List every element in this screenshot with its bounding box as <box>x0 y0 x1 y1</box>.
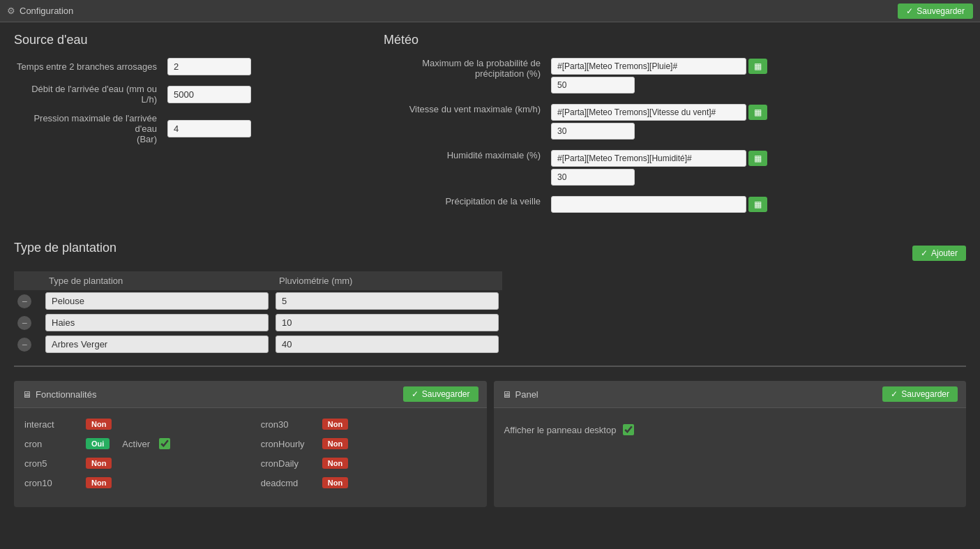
meteo-group-humidite: Humidité maximale (%) ▦ <box>384 150 966 186</box>
label-interact: interact <box>24 419 80 430</box>
fonctionnalites-header: 🖥 Fonctionnalités ✓ Sauvegarder <box>14 381 487 408</box>
feature-deadcmd: deadcmd Non <box>261 477 476 488</box>
top-bar: ⚙ Configuration ✓ Sauvegarder <box>0 0 980 22</box>
form-group-pression: Pression maximale de l'arrivée d'eau(Bar… <box>14 113 363 144</box>
form-group-temps: Temps entre 2 branches arrosages <box>14 58 363 75</box>
label-debit: Débit de l'arrivée d'eau (mm ou L/h) <box>14 84 167 105</box>
add-plantation-button[interactable]: ✓ Ajouter <box>912 246 966 261</box>
input-pluvio-1[interactable] <box>276 292 499 310</box>
input-type-3[interactable] <box>45 336 269 353</box>
th-remove <box>14 271 42 290</box>
input-pluvio-3[interactable] <box>276 336 499 353</box>
plantation-title: Type de plantation <box>14 241 116 255</box>
table-btn-vent[interactable]: ▦ <box>748 105 767 120</box>
table-row: − <box>14 290 502 312</box>
remove-row-btn-2[interactable]: − <box>17 316 31 330</box>
plantation-header: Type de plantation ✓ Ajouter <box>14 241 966 266</box>
monitor-icon-fonct: 🖥 <box>22 389 31 400</box>
save-button-header[interactable]: ✓ Sauvegarder <box>898 3 973 19</box>
input-formula-pluie[interactable] <box>551 58 746 75</box>
input-formula-veille[interactable] <box>551 196 746 213</box>
fonctionnalites-title: 🖥 Fonctionnalités <box>22 389 96 400</box>
form-group-debit: Débit de l'arrivée d'eau (mm ou L/h) <box>14 84 363 105</box>
meteo-group-pluie: Maximum de la probabilité deprécipitatio… <box>384 58 966 93</box>
remove-row-btn-3[interactable]: − <box>17 338 31 352</box>
checkbox-activer[interactable] <box>159 438 170 449</box>
top-section: Source d'eau Temps entre 2 branches arro… <box>14 33 966 223</box>
input-formula-vent[interactable] <box>551 104 746 121</box>
check-icon-panel: ✓ <box>891 389 898 399</box>
meteo-formula-row-veille: ▦ <box>551 196 767 213</box>
checkbox-desktop[interactable] <box>623 424 634 435</box>
app-title: ⚙ Configuration <box>7 6 73 16</box>
monitor-icon-panel: 🖥 <box>502 389 511 400</box>
input-pluvio-2[interactable] <box>276 314 499 331</box>
table-btn-pluie[interactable]: ▦ <box>748 59 767 74</box>
gear-icon: ⚙ <box>7 6 15 16</box>
label-desktop: Afficher le panneau desktop <box>504 425 617 435</box>
input-debit[interactable] <box>167 86 251 103</box>
input-value-humidite[interactable] <box>551 169 635 186</box>
source-eau-title: Source d'eau <box>14 33 363 47</box>
check-icon: ✓ <box>906 6 913 16</box>
feature-grid: interact Non cron Oui Activer cron5 Non <box>24 419 476 497</box>
table-btn-veille[interactable]: ▦ <box>748 197 767 212</box>
meteo-title: Météo <box>384 33 966 47</box>
remove-row-btn-1[interactable]: − <box>17 294 31 308</box>
plantation-section: Type de plantation ✓ Ajouter Type de pla… <box>14 241 966 355</box>
feature-interact: interact Non <box>24 419 240 430</box>
label-veille: Précipitation de la veille <box>384 196 551 206</box>
panel-panel: 🖥 Panel ✓ Sauvegarder Afficher le pannea… <box>494 381 967 507</box>
plantation-table: Type de plantation Pluviométrie (mm) − −… <box>14 271 502 355</box>
meteo-panel: Météo Maximum de la probabilité deprécip… <box>384 33 966 223</box>
label-activer: Activer <box>122 439 150 449</box>
label-cron5: cron5 <box>24 458 80 469</box>
th-type: Type de plantation <box>42 271 272 290</box>
label-humidite: Humidité maximale (%) <box>384 150 551 160</box>
bottom-section: 🖥 Fonctionnalités ✓ Sauvegarder interact… <box>14 381 966 507</box>
features-left: interact Non cron Oui Activer cron5 Non <box>24 419 240 497</box>
table-row: − <box>14 333 502 355</box>
label-deadcmd: deadcmd <box>261 478 317 488</box>
panel-feature-desktop: Afficher le panneau desktop <box>504 419 956 441</box>
meteo-inputs-veille: ▦ <box>551 196 767 213</box>
main-content: Source d'eau Temps entre 2 branches arro… <box>0 22 980 518</box>
save-button-panel[interactable]: ✓ Sauvegarder <box>882 386 958 402</box>
meteo-formula-row-vent: ▦ <box>551 104 767 121</box>
table-btn-humidite[interactable]: ▦ <box>748 151 767 166</box>
input-value-vent[interactable] <box>551 123 635 140</box>
feature-crondaily: cronDaily Non <box>261 458 476 469</box>
badge-cron30: Non <box>322 419 348 430</box>
title-text: Configuration <box>20 6 73 16</box>
badge-cronhourly: Non <box>322 438 348 449</box>
table-row: − <box>14 312 502 333</box>
label-cron: cron <box>24 439 80 449</box>
source-eau-panel: Source d'eau Temps entre 2 branches arro… <box>14 33 363 223</box>
feature-cron30: cron30 Non <box>261 419 476 430</box>
fonctionnalites-body: interact Non cron Oui Activer cron5 Non <box>14 408 487 507</box>
feature-cronhourly: cronHourly Non <box>261 438 476 449</box>
label-vent: Vitesse du vent maximale (km/h) <box>384 104 551 114</box>
badge-cron10: Non <box>86 477 112 488</box>
feature-cron: cron Oui Activer <box>24 438 240 449</box>
input-value-pluie[interactable] <box>551 77 635 93</box>
save-button-fonctionnalites[interactable]: ✓ Sauvegarder <box>403 386 478 402</box>
badge-deadcmd: Non <box>322 477 348 488</box>
label-crondaily: cronDaily <box>261 458 317 469</box>
input-type-2[interactable] <box>45 314 269 331</box>
meteo-formula-row-pluie: ▦ <box>551 58 767 75</box>
label-pluie: Maximum de la probabilité deprécipitatio… <box>384 58 551 79</box>
fonctionnalites-panel: 🖥 Fonctionnalités ✓ Sauvegarder interact… <box>14 381 487 507</box>
input-type-1[interactable] <box>45 292 269 310</box>
panel-header: 🖥 Panel ✓ Sauvegarder <box>494 381 967 408</box>
badge-interact: Non <box>86 419 112 430</box>
panel-title: 🖥 Panel <box>502 389 538 400</box>
section-divider <box>14 366 966 367</box>
features-right: cron30 Non cronHourly Non cronDaily Non <box>261 419 476 497</box>
label-cronhourly: cronHourly <box>261 439 317 449</box>
label-cron30: cron30 <box>261 419 317 430</box>
input-temps[interactable] <box>167 58 251 75</box>
check-icon-fonct: ✓ <box>412 389 419 399</box>
input-pression[interactable] <box>167 120 251 137</box>
input-formula-humidite[interactable] <box>551 150 746 167</box>
